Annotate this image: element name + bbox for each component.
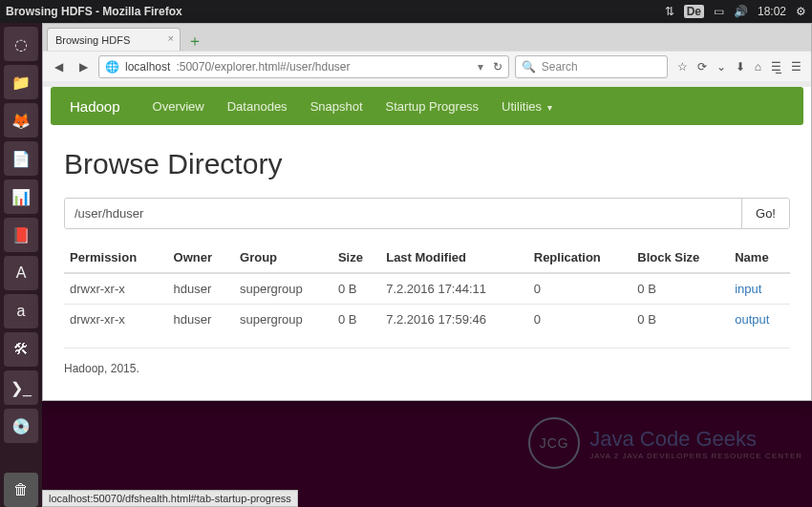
url-path: :50070/explorer.html#/user/hduser	[176, 60, 350, 74]
page-content: Hadoop Overview Datanodes Snapshot Start…	[43, 87, 811, 400]
firefox-icon[interactable]: 🦊	[4, 103, 38, 137]
downloads-icon[interactable]: ⬇	[736, 60, 745, 74]
cell-name: output	[729, 305, 790, 335]
firefox-window: Browsing HDFS × ＋ ◀ ▶ 🌐 localhost:50070/…	[42, 23, 812, 401]
disk-icon[interactable]: 💿	[4, 409, 38, 443]
reload-icon[interactable]: ↻	[493, 60, 502, 74]
globe-icon: 🌐	[105, 60, 119, 74]
table-row: drwxr-xr-x hduser supergroup 0 B 7.2.201…	[64, 305, 790, 335]
nav-datanodes[interactable]: Datanodes	[227, 99, 288, 114]
chat-icon[interactable]: ☰̲	[771, 60, 781, 74]
settings-icon[interactable]: 🛠	[4, 332, 38, 367]
cell-permission: drwxr-xr-x	[64, 273, 168, 305]
impress-icon[interactable]: 📕	[4, 218, 38, 252]
desktop: Browsing HDFS × ＋ ◀ ▶ 🌐 localhost:50070/…	[42, 23, 812, 507]
watermark-title: Java Code Geeks	[589, 427, 802, 452]
forward-button[interactable]: ▶	[74, 57, 93, 76]
path-input[interactable]	[65, 199, 741, 228]
calc-icon[interactable]: 📊	[4, 180, 38, 214]
url-dropdown-icon[interactable]: ▾	[478, 60, 483, 74]
page-title: Browse Directory	[64, 148, 790, 180]
cell-group: supergroup	[234, 273, 332, 305]
search-placeholder: Search	[542, 60, 578, 74]
software-center-icon[interactable]: A	[4, 256, 38, 290]
col-block-size: Block Size	[631, 243, 729, 273]
gear-icon[interactable]: ⚙	[796, 5, 806, 18]
col-owner: Owner	[168, 243, 234, 273]
files-icon[interactable]: 📁	[4, 65, 38, 99]
tab-title: Browsing HDFS	[55, 34, 130, 46]
dir-link[interactable]: output	[735, 312, 769, 327]
unity-launcher: ◌ 📁 🦊 📄 📊 📕 A a 🛠 ❯_ 💿 🗑	[0, 23, 42, 507]
sync-icon[interactable]: ⟳	[697, 60, 707, 74]
cell-replication: 0	[528, 273, 632, 305]
volume-icon[interactable]: 🔊	[734, 5, 748, 18]
cell-name: input	[729, 273, 790, 305]
battery-icon[interactable]: ▭	[714, 5, 724, 18]
directory-table: Permission Owner Group Size Last Modifie…	[64, 243, 790, 334]
chevron-down-icon: ▾	[547, 102, 552, 113]
cell-block-size: 0 B	[631, 305, 729, 335]
col-permission: Permission	[64, 243, 168, 273]
url-bar[interactable]: 🌐 localhost:50070/explorer.html#/user/hd…	[98, 55, 509, 78]
watermark: JCG Java Code Geeks JAVA 2 JAVA DEVELOPE…	[528, 417, 802, 469]
brand-label[interactable]: Hadoop	[70, 98, 120, 115]
amazon-icon[interactable]: a	[4, 294, 38, 328]
nav-utilities[interactable]: Utilities ▾	[502, 99, 552, 114]
new-tab-button[interactable]: ＋	[184, 32, 205, 51]
menu-icon[interactable]: ☰	[791, 60, 801, 74]
watermark-text: Java Code Geeks JAVA 2 JAVA DEVELOPERS R…	[589, 427, 802, 460]
col-last-modified: Last Modified	[380, 243, 528, 273]
watermark-logo: JCG	[528, 417, 580, 469]
url-host: localhost	[125, 60, 170, 74]
trash-icon[interactable]: 🗑	[4, 473, 38, 507]
path-browse-bar: Go!	[64, 198, 790, 229]
indicator-area: ⇅ De ▭ 🔊 18:02 ⚙	[665, 5, 806, 18]
cell-owner: hduser	[168, 305, 234, 335]
cell-permission: drwxr-xr-x	[64, 305, 168, 335]
nav-startup-progress[interactable]: Startup Progress	[386, 99, 480, 114]
table-row: drwxr-xr-x hduser supergroup 0 B 7.2.201…	[64, 273, 790, 305]
cell-owner: hduser	[168, 273, 234, 305]
search-icon: 🔍	[522, 60, 536, 74]
pocket-icon[interactable]: ⌄	[716, 60, 726, 74]
cell-size: 0 B	[332, 305, 380, 335]
os-top-panel: Browsing HDFS - Mozilla Firefox ⇅ De ▭ 🔊…	[0, 0, 812, 23]
search-bar[interactable]: 🔍 Search	[515, 55, 668, 78]
cell-modified: 7.2.2016 17:59:46	[380, 305, 528, 335]
cell-modified: 7.2.2016 17:44:11	[380, 273, 528, 305]
page-footer: Hadoop, 2015.	[64, 349, 790, 389]
hadoop-navbar: Hadoop Overview Datanodes Snapshot Start…	[51, 87, 803, 125]
watermark-subtitle: JAVA 2 JAVA DEVELOPERS RESOURCE CENTER	[589, 452, 802, 460]
cell-group: supergroup	[234, 305, 332, 335]
bookmark-star-icon[interactable]: ☆	[677, 60, 688, 74]
close-tab-icon[interactable]: ×	[168, 32, 174, 44]
go-button[interactable]: Go!	[741, 199, 789, 228]
cell-size: 0 B	[332, 273, 380, 305]
firefox-navbar: ◀ ▶ 🌐 localhost:50070/explorer.html#/use…	[43, 51, 811, 81]
status-bar: localhost:50070/dfshealth.html#tab-start…	[42, 490, 298, 507]
col-group: Group	[234, 243, 332, 273]
home-icon[interactable]: ⌂	[755, 60, 761, 74]
firefox-tabbar: Browsing HDFS × ＋	[43, 24, 811, 51]
toolbar-icons: ☆ ⟳ ⌄ ⬇ ⌂ ☰̲ ☰	[673, 60, 805, 74]
cell-block-size: 0 B	[631, 273, 729, 305]
keyboard-indicator[interactable]: De	[684, 5, 704, 18]
nav-snapshot[interactable]: Snapshot	[310, 99, 363, 114]
network-icon[interactable]: ⇅	[665, 5, 674, 18]
nav-overview[interactable]: Overview	[153, 99, 204, 114]
cell-replication: 0	[528, 305, 632, 335]
window-title: Browsing HDFS - Mozilla Firefox	[6, 5, 665, 18]
browser-tab[interactable]: Browsing HDFS ×	[47, 28, 181, 51]
back-button[interactable]: ◀	[49, 57, 68, 76]
dir-link[interactable]: input	[735, 282, 761, 296]
col-size: Size	[332, 243, 380, 273]
writer-icon[interactable]: 📄	[4, 141, 38, 176]
dash-icon[interactable]: ◌	[4, 27, 38, 61]
table-header-row: Permission Owner Group Size Last Modifie…	[64, 243, 790, 273]
col-name: Name	[729, 243, 790, 273]
col-replication: Replication	[528, 243, 632, 273]
terminal-icon[interactable]: ❯_	[4, 370, 38, 405]
clock[interactable]: 18:02	[758, 5, 786, 18]
